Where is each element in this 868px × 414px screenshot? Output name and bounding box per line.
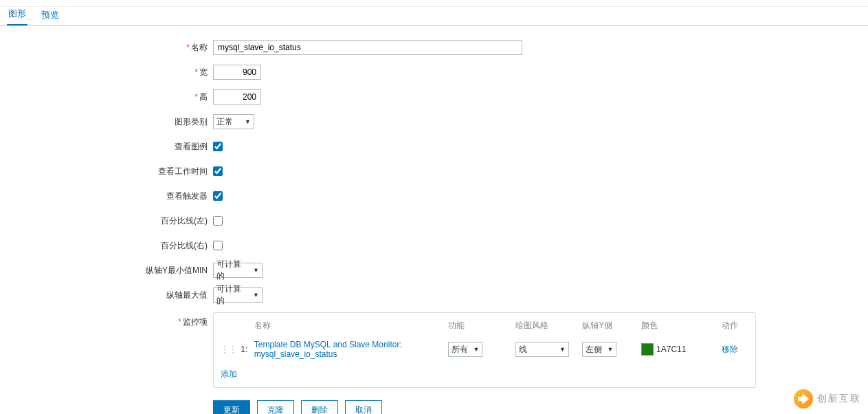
- checkbox-show-legend[interactable]: [213, 142, 223, 151]
- cancel-button[interactable]: 取消: [345, 400, 382, 414]
- input-name[interactable]: [213, 40, 522, 55]
- label-width: 宽: [199, 67, 208, 77]
- button-row: 更新 克隆 删除 取消: [213, 400, 861, 414]
- label-percent-right: 百分比线(右): [161, 241, 208, 250]
- select-style[interactable]: 线▼: [515, 342, 569, 357]
- label-show-worktime: 查看工作时间: [158, 166, 208, 176]
- row-index: 1:: [241, 345, 254, 354]
- delete-button[interactable]: 删除: [301, 400, 338, 414]
- color-swatch[interactable]: [641, 343, 654, 356]
- color-hex: 1A7C11: [656, 345, 686, 354]
- label-ymax: 纵轴最大值: [166, 290, 208, 300]
- brand-text: 创新互联: [817, 393, 861, 405]
- table-row: ⋮⋮ 1: Template DB MySQL and Slave Monito…: [221, 337, 748, 362]
- tabs: 图形 预览: [0, 7, 868, 26]
- header-style: 绘图风格: [515, 320, 582, 331]
- checkbox-percent-left[interactable]: [213, 216, 223, 226]
- tab-preview[interactable]: 预览: [40, 5, 60, 25]
- update-button[interactable]: 更新: [213, 400, 250, 414]
- monitor-table: 名称 功能 绘图风格 纵轴Y侧 颜色 动作 ⋮⋮ 1: Template DB …: [213, 312, 756, 388]
- header-color: 颜色: [641, 320, 722, 331]
- graph-form: *名称 *宽 *高 图形类别 正常▼ 查看图例 查看工作时间 查看触发器 百分比…: [0, 26, 868, 414]
- checkbox-show-worktime[interactable]: [213, 166, 223, 176]
- label-name: 名称: [191, 43, 208, 52]
- add-item-link[interactable]: 添加: [221, 369, 237, 380]
- checkbox-show-triggers[interactable]: [213, 191, 223, 201]
- input-width[interactable]: [213, 65, 261, 80]
- brand-watermark: 创新互联: [794, 389, 861, 408]
- header-action: 动作: [722, 320, 748, 331]
- select-func[interactable]: 所有▼: [448, 342, 482, 357]
- input-height[interactable]: [213, 89, 261, 105]
- drag-handle-icon[interactable]: ⋮⋮: [221, 345, 241, 354]
- brand-logo-icon: [794, 389, 813, 408]
- label-ymin: 纵轴Y最小值MIN: [146, 265, 208, 275]
- item-link[interactable]: Template DB MySQL and Slave Monitor: mys…: [254, 340, 402, 359]
- label-show-triggers: 查看触发器: [166, 191, 208, 201]
- tab-graph[interactable]: 图形: [7, 3, 27, 25]
- header-func: 功能: [448, 320, 515, 331]
- checkbox-percent-right[interactable]: [213, 241, 223, 250]
- clone-button[interactable]: 克隆: [257, 400, 294, 414]
- select-yaxis[interactable]: 左侧▼: [582, 342, 616, 357]
- remove-link[interactable]: 移除: [722, 345, 738, 354]
- select-ymax[interactable]: 可计算的▼: [213, 287, 263, 303]
- header-yaxis: 纵轴Y侧: [582, 320, 641, 331]
- label-monitor-items: 监控项: [183, 317, 208, 327]
- select-ymin[interactable]: 可计算的▼: [213, 263, 263, 278]
- label-show-legend: 查看图例: [175, 142, 208, 151]
- label-percent-left: 百分比线(左): [161, 216, 208, 226]
- label-height: 高: [199, 92, 208, 102]
- label-graph-type: 图形类别: [175, 117, 208, 127]
- header-name: 名称: [254, 320, 449, 331]
- select-graph-type[interactable]: 正常▼: [213, 114, 254, 129]
